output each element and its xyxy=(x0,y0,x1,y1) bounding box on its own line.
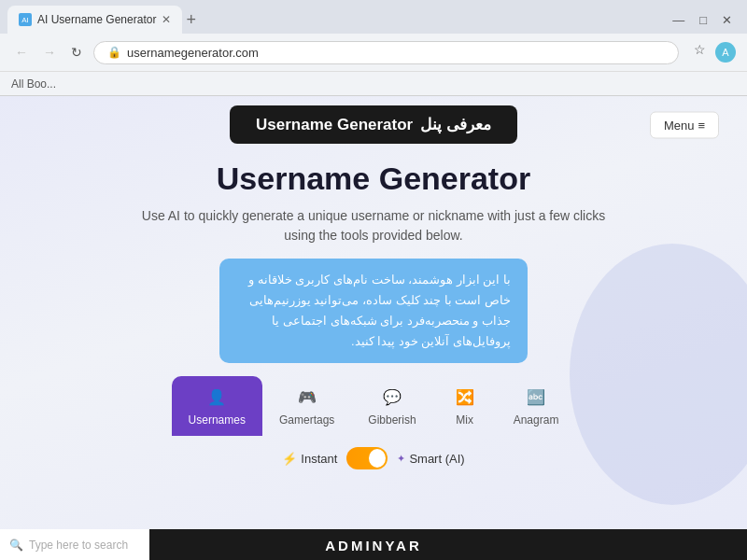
mode-toggle-row: ⚡ Instant ✦ Smart (AI) xyxy=(19,447,728,469)
minimize-button[interactable]: — xyxy=(672,13,684,27)
search-placeholder: Type here to search xyxy=(29,539,128,552)
tab-gamertags-label: Gamertags xyxy=(279,413,334,427)
page-content: معرفی پنل Username Generator Menu ≡ User… xyxy=(0,96,747,560)
maximize-button[interactable]: □ xyxy=(699,13,707,27)
taskbar-title: ADMINYAR xyxy=(325,538,421,553)
tab-close-button[interactable]: ✕ xyxy=(162,13,171,26)
tab-gibberish-label: Gibberish xyxy=(368,413,416,427)
menu-label: Menu xyxy=(664,118,695,132)
tab-usernames[interactable]: 👤 Usernames xyxy=(172,376,262,436)
tab-bar: AI AI Username Generator ✕ + — □ ✕ xyxy=(0,0,747,34)
url-text: usernamegenerator.com xyxy=(127,46,259,60)
taskbar-left: 🔍 Type here to search xyxy=(0,529,149,560)
tab-gibberish[interactable]: 💬 Gibberish xyxy=(351,376,432,436)
site-header: معرفی پنل Username Generator Menu ≡ xyxy=(0,96,747,153)
browser-chrome: AI AI Username Generator ✕ + — □ ✕ ← → ↻… xyxy=(0,0,747,96)
toggle-knob xyxy=(369,449,386,468)
browser-actions: ☆ A xyxy=(686,42,736,63)
browser-tab[interactable]: AI AI Username Generator ✕ xyxy=(7,6,182,34)
instant-label: Instant xyxy=(301,452,337,466)
gibberish-icon: 💬 xyxy=(377,384,407,410)
back-button[interactable]: ← xyxy=(11,43,32,62)
page-title: Username Generator xyxy=(19,161,728,197)
smart-option: ✦ Smart (AI) xyxy=(397,452,464,466)
tab-mix[interactable]: 🔀 Mix xyxy=(433,376,497,436)
usernames-icon: 👤 xyxy=(202,384,232,410)
window-controls: — □ ✕ xyxy=(672,13,740,27)
browser-profile[interactable]: A xyxy=(715,42,736,63)
taskbar-search[interactable]: 🔍 Type here to search xyxy=(0,529,149,560)
smart-label: Smart (AI) xyxy=(409,452,464,466)
bookmarks-bar: All Boo... xyxy=(0,71,747,95)
header-english-title: Username Generator xyxy=(256,116,413,134)
bookmarks-text: All Boo... xyxy=(11,77,56,91)
tab-anagram[interactable]: 🔤 Anagram xyxy=(497,376,576,436)
main-content: Username Generator Use AI to quickly gen… xyxy=(0,161,747,469)
tab-favicon: AI xyxy=(19,13,32,26)
url-input[interactable]: 🔒 usernamegenerator.com xyxy=(93,41,679,64)
page-subtitle: Use AI to quickly generate a unique user… xyxy=(131,206,616,245)
instant-option: ⚡ Instant xyxy=(282,452,337,466)
menu-button[interactable]: Menu ≡ xyxy=(650,111,719,138)
tab-usernames-label: Usernames xyxy=(189,413,246,427)
mode-toggle[interactable] xyxy=(346,447,388,469)
tab-title: AI Username Generator xyxy=(37,13,156,26)
lightning-icon: ⚡ xyxy=(282,452,297,466)
secure-icon: 🔒 xyxy=(107,46,121,59)
header-logo: معرفی پنل Username Generator xyxy=(230,105,517,144)
persian-description-text: با این ابزار هوشمند، ساخت نام‌های کاربری… xyxy=(248,273,511,348)
persian-description-box: با این ابزار هوشمند، ساخت نام‌های کاربری… xyxy=(219,259,528,363)
menu-icon: ≡ xyxy=(698,118,705,132)
anagram-icon: 🔤 xyxy=(521,384,551,410)
taskbar: 🔍 Type here to search ADMINYAR xyxy=(0,529,747,560)
tab-anagram-label: Anagram xyxy=(514,413,559,427)
star-icon: ✦ xyxy=(397,453,405,465)
gamertags-icon: 🎮 xyxy=(292,384,322,410)
category-tabs: 👤 Usernames 🎮 Gamertags 💬 Gibberish 🔀 Mi… xyxy=(19,376,728,436)
bookmark-button[interactable]: ☆ xyxy=(694,42,706,63)
forward-button[interactable]: → xyxy=(39,43,60,62)
tab-mix-label: Mix xyxy=(456,413,473,427)
address-bar: ← → ↻ 🔒 usernamegenerator.com ☆ A xyxy=(0,34,747,71)
close-window-button[interactable]: ✕ xyxy=(722,13,732,27)
new-tab-button[interactable]: + xyxy=(186,11,196,28)
tab-gamertags[interactable]: 🎮 Gamertags xyxy=(262,376,351,436)
mix-icon: 🔀 xyxy=(450,384,480,410)
reload-button[interactable]: ↻ xyxy=(67,43,86,62)
search-icon: 🔍 xyxy=(9,539,23,552)
header-persian-title: معرفی پنل xyxy=(420,115,491,134)
